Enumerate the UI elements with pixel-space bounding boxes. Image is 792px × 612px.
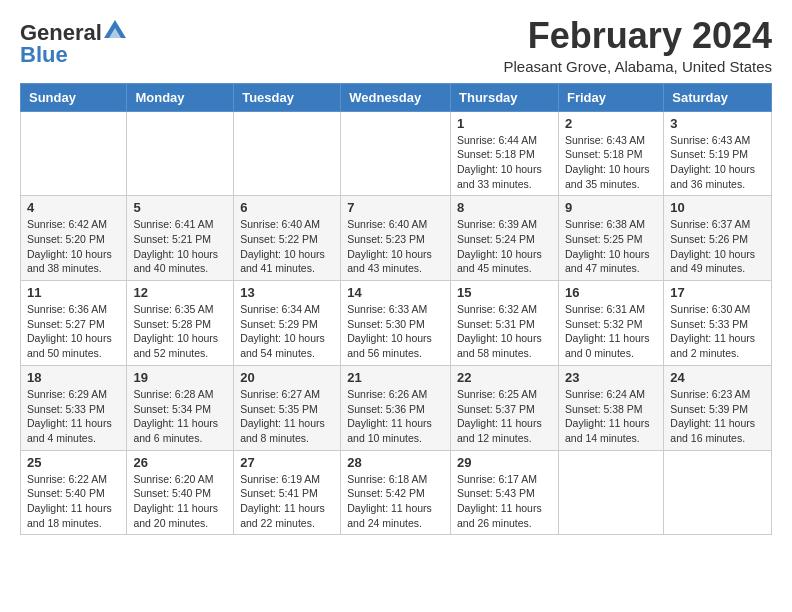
day-number: 19 <box>133 370 227 385</box>
day-number: 18 <box>27 370 120 385</box>
day-info: Sunrise: 6:39 AM Sunset: 5:24 PM Dayligh… <box>457 217 552 276</box>
day-info: Sunrise: 6:29 AM Sunset: 5:33 PM Dayligh… <box>27 387 120 446</box>
day-number: 5 <box>133 200 227 215</box>
day-number: 6 <box>240 200 334 215</box>
day-info: Sunrise: 6:32 AM Sunset: 5:31 PM Dayligh… <box>457 302 552 361</box>
week-row-5: 25Sunrise: 6:22 AM Sunset: 5:40 PM Dayli… <box>21 450 772 535</box>
day-info: Sunrise: 6:30 AM Sunset: 5:33 PM Dayligh… <box>670 302 765 361</box>
day-cell: 11Sunrise: 6:36 AM Sunset: 5:27 PM Dayli… <box>21 281 127 366</box>
day-number: 7 <box>347 200 444 215</box>
day-info: Sunrise: 6:31 AM Sunset: 5:32 PM Dayligh… <box>565 302 657 361</box>
day-cell: 25Sunrise: 6:22 AM Sunset: 5:40 PM Dayli… <box>21 450 127 535</box>
calendar-body: 1Sunrise: 6:44 AM Sunset: 5:18 PM Daylig… <box>21 111 772 535</box>
day-cell: 9Sunrise: 6:38 AM Sunset: 5:25 PM Daylig… <box>558 196 663 281</box>
day-info: Sunrise: 6:34 AM Sunset: 5:29 PM Dayligh… <box>240 302 334 361</box>
day-cell: 22Sunrise: 6:25 AM Sunset: 5:37 PM Dayli… <box>451 365 559 450</box>
day-cell: 14Sunrise: 6:33 AM Sunset: 5:30 PM Dayli… <box>341 281 451 366</box>
day-cell: 21Sunrise: 6:26 AM Sunset: 5:36 PM Dayli… <box>341 365 451 450</box>
day-number: 27 <box>240 455 334 470</box>
week-row-2: 4Sunrise: 6:42 AM Sunset: 5:20 PM Daylig… <box>21 196 772 281</box>
header-row: SundayMondayTuesdayWednesdayThursdayFrid… <box>21 83 772 111</box>
header-cell-wednesday: Wednesday <box>341 83 451 111</box>
day-cell: 12Sunrise: 6:35 AM Sunset: 5:28 PM Dayli… <box>127 281 234 366</box>
day-number: 13 <box>240 285 334 300</box>
day-cell <box>234 111 341 196</box>
day-info: Sunrise: 6:19 AM Sunset: 5:41 PM Dayligh… <box>240 472 334 531</box>
week-row-1: 1Sunrise: 6:44 AM Sunset: 5:18 PM Daylig… <box>21 111 772 196</box>
day-cell: 2Sunrise: 6:43 AM Sunset: 5:18 PM Daylig… <box>558 111 663 196</box>
title-block: February 2024 Pleasant Grove, Alabama, U… <box>504 16 772 75</box>
day-cell: 3Sunrise: 6:43 AM Sunset: 5:19 PM Daylig… <box>664 111 772 196</box>
day-number: 20 <box>240 370 334 385</box>
day-info: Sunrise: 6:44 AM Sunset: 5:18 PM Dayligh… <box>457 133 552 192</box>
day-cell: 10Sunrise: 6:37 AM Sunset: 5:26 PM Dayli… <box>664 196 772 281</box>
day-number: 9 <box>565 200 657 215</box>
header-cell-friday: Friday <box>558 83 663 111</box>
day-cell: 8Sunrise: 6:39 AM Sunset: 5:24 PM Daylig… <box>451 196 559 281</box>
day-info: Sunrise: 6:42 AM Sunset: 5:20 PM Dayligh… <box>27 217 120 276</box>
day-info: Sunrise: 6:22 AM Sunset: 5:40 PM Dayligh… <box>27 472 120 531</box>
day-number: 16 <box>565 285 657 300</box>
logo-blue: Blue <box>20 42 68 68</box>
day-cell: 15Sunrise: 6:32 AM Sunset: 5:31 PM Dayli… <box>451 281 559 366</box>
day-number: 3 <box>670 116 765 131</box>
header-cell-tuesday: Tuesday <box>234 83 341 111</box>
day-info: Sunrise: 6:17 AM Sunset: 5:43 PM Dayligh… <box>457 472 552 531</box>
day-cell: 18Sunrise: 6:29 AM Sunset: 5:33 PM Dayli… <box>21 365 127 450</box>
day-number: 22 <box>457 370 552 385</box>
day-cell <box>558 450 663 535</box>
calendar-table: SundayMondayTuesdayWednesdayThursdayFrid… <box>20 83 772 536</box>
day-cell: 1Sunrise: 6:44 AM Sunset: 5:18 PM Daylig… <box>451 111 559 196</box>
page-header: General Blue February 2024 Pleasant Grov… <box>20 16 772 75</box>
day-number: 10 <box>670 200 765 215</box>
header-cell-monday: Monday <box>127 83 234 111</box>
day-info: Sunrise: 6:27 AM Sunset: 5:35 PM Dayligh… <box>240 387 334 446</box>
header-cell-thursday: Thursday <box>451 83 559 111</box>
day-info: Sunrise: 6:36 AM Sunset: 5:27 PM Dayligh… <box>27 302 120 361</box>
logo: General Blue <box>20 20 126 68</box>
day-info: Sunrise: 6:25 AM Sunset: 5:37 PM Dayligh… <box>457 387 552 446</box>
day-info: Sunrise: 6:43 AM Sunset: 5:19 PM Dayligh… <box>670 133 765 192</box>
day-number: 14 <box>347 285 444 300</box>
day-cell: 29Sunrise: 6:17 AM Sunset: 5:43 PM Dayli… <box>451 450 559 535</box>
day-number: 12 <box>133 285 227 300</box>
day-cell <box>127 111 234 196</box>
day-cell: 27Sunrise: 6:19 AM Sunset: 5:41 PM Dayli… <box>234 450 341 535</box>
day-info: Sunrise: 6:37 AM Sunset: 5:26 PM Dayligh… <box>670 217 765 276</box>
day-cell: 13Sunrise: 6:34 AM Sunset: 5:29 PM Dayli… <box>234 281 341 366</box>
day-number: 21 <box>347 370 444 385</box>
day-info: Sunrise: 6:28 AM Sunset: 5:34 PM Dayligh… <box>133 387 227 446</box>
day-cell: 24Sunrise: 6:23 AM Sunset: 5:39 PM Dayli… <box>664 365 772 450</box>
day-cell: 5Sunrise: 6:41 AM Sunset: 5:21 PM Daylig… <box>127 196 234 281</box>
day-info: Sunrise: 6:20 AM Sunset: 5:40 PM Dayligh… <box>133 472 227 531</box>
day-number: 2 <box>565 116 657 131</box>
calendar-header: SundayMondayTuesdayWednesdayThursdayFrid… <box>21 83 772 111</box>
day-cell: 28Sunrise: 6:18 AM Sunset: 5:42 PM Dayli… <box>341 450 451 535</box>
day-number: 28 <box>347 455 444 470</box>
day-cell: 4Sunrise: 6:42 AM Sunset: 5:20 PM Daylig… <box>21 196 127 281</box>
day-cell: 6Sunrise: 6:40 AM Sunset: 5:22 PM Daylig… <box>234 196 341 281</box>
day-cell <box>21 111 127 196</box>
day-cell: 23Sunrise: 6:24 AM Sunset: 5:38 PM Dayli… <box>558 365 663 450</box>
day-number: 26 <box>133 455 227 470</box>
day-info: Sunrise: 6:23 AM Sunset: 5:39 PM Dayligh… <box>670 387 765 446</box>
day-info: Sunrise: 6:38 AM Sunset: 5:25 PM Dayligh… <box>565 217 657 276</box>
header-cell-sunday: Sunday <box>21 83 127 111</box>
day-number: 4 <box>27 200 120 215</box>
day-number: 29 <box>457 455 552 470</box>
day-number: 11 <box>27 285 120 300</box>
day-number: 17 <box>670 285 765 300</box>
day-cell <box>341 111 451 196</box>
day-info: Sunrise: 6:24 AM Sunset: 5:38 PM Dayligh… <box>565 387 657 446</box>
header-cell-saturday: Saturday <box>664 83 772 111</box>
day-info: Sunrise: 6:41 AM Sunset: 5:21 PM Dayligh… <box>133 217 227 276</box>
logo-icon <box>104 20 126 38</box>
day-number: 24 <box>670 370 765 385</box>
day-info: Sunrise: 6:40 AM Sunset: 5:22 PM Dayligh… <box>240 217 334 276</box>
week-row-3: 11Sunrise: 6:36 AM Sunset: 5:27 PM Dayli… <box>21 281 772 366</box>
day-number: 8 <box>457 200 552 215</box>
day-number: 25 <box>27 455 120 470</box>
day-info: Sunrise: 6:35 AM Sunset: 5:28 PM Dayligh… <box>133 302 227 361</box>
day-info: Sunrise: 6:33 AM Sunset: 5:30 PM Dayligh… <box>347 302 444 361</box>
day-info: Sunrise: 6:40 AM Sunset: 5:23 PM Dayligh… <box>347 217 444 276</box>
